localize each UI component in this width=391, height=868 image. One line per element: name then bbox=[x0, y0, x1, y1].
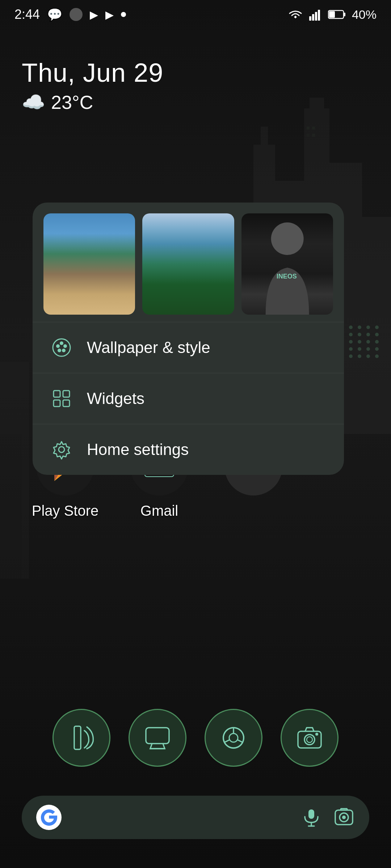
signal-icon bbox=[309, 8, 322, 21]
wifi-icon bbox=[287, 8, 303, 21]
status-icons-right: 40% bbox=[287, 8, 377, 22]
svg-text:INEOS: INEOS bbox=[276, 273, 297, 280]
svg-point-46 bbox=[315, 733, 318, 736]
gmail-label: Gmail bbox=[140, 503, 178, 519]
battery-icon bbox=[328, 9, 346, 20]
settings-icon bbox=[51, 439, 72, 460]
widgets-item[interactable]: Widgets bbox=[33, 373, 344, 424]
svg-rect-36 bbox=[146, 728, 169, 744]
battery-percent: 40% bbox=[352, 8, 377, 22]
svg-point-21 bbox=[271, 222, 303, 255]
svg-point-28 bbox=[58, 349, 61, 352]
date-weather-widget: Thu, Jun 29 ☁️ 23°C bbox=[22, 58, 163, 113]
weather-icon: ☁️ bbox=[22, 91, 45, 113]
svg-rect-17 bbox=[318, 10, 320, 21]
widgets-label: Widgets bbox=[87, 390, 144, 408]
camera-icon bbox=[295, 723, 324, 752]
svg-rect-15 bbox=[312, 14, 314, 21]
chrome-icon bbox=[219, 723, 248, 752]
dock-row bbox=[52, 709, 339, 767]
youtube-icon-2: ▶ bbox=[105, 8, 114, 21]
svg-line-42 bbox=[225, 740, 230, 742]
youtube-icon: ▶ bbox=[90, 8, 98, 21]
status-bar: 2:44 💬 ▶ ▶ 40% bbox=[0, 0, 391, 29]
home-settings-item[interactable]: Home settings bbox=[33, 424, 344, 475]
wallpaper-preview-row: INEOS bbox=[33, 203, 344, 322]
google-g-logo[interactable] bbox=[36, 805, 62, 830]
g-icon bbox=[40, 808, 58, 826]
svg-point-26 bbox=[63, 344, 67, 348]
svg-line-41 bbox=[237, 740, 242, 742]
weather-display: ☁️ 23°C bbox=[22, 91, 163, 113]
status-time: 2:44 💬 ▶ ▶ bbox=[14, 7, 126, 22]
wallpaper-thumb-1[interactable] bbox=[43, 213, 135, 315]
notification-indicator bbox=[121, 12, 126, 17]
display-icon bbox=[143, 723, 172, 752]
svg-rect-14 bbox=[309, 16, 311, 21]
chrome-dock-icon[interactable] bbox=[205, 709, 262, 767]
svg-rect-19 bbox=[344, 13, 345, 16]
phone-icon bbox=[67, 723, 96, 752]
app-icon-status bbox=[70, 8, 83, 21]
play-store-label: Play Store bbox=[32, 503, 99, 519]
time-display: 2:44 bbox=[14, 7, 40, 22]
search-bar[interactable] bbox=[22, 796, 369, 839]
svg-rect-32 bbox=[63, 400, 70, 407]
svg-point-39 bbox=[229, 733, 238, 742]
phone-dock-icon[interactable] bbox=[52, 709, 110, 767]
lens-icon[interactable] bbox=[333, 807, 355, 828]
context-menu: INEOS Wallpaper & style W bbox=[33, 203, 344, 475]
svg-rect-16 bbox=[315, 12, 317, 21]
svg-rect-31 bbox=[54, 400, 60, 407]
whatsapp-icon: 💬 bbox=[47, 7, 62, 22]
widgets-icon bbox=[51, 388, 72, 409]
svg-rect-29 bbox=[54, 391, 60, 397]
mic-icon[interactable] bbox=[300, 807, 322, 828]
svg-point-33 bbox=[59, 447, 64, 452]
home-settings-label: Home settings bbox=[87, 441, 189, 459]
person-silhouette: INEOS bbox=[241, 213, 333, 315]
search-right-icons bbox=[300, 807, 355, 828]
svg-point-25 bbox=[60, 341, 63, 345]
wallpaper-thumb-2[interactable] bbox=[142, 213, 234, 315]
wallpaper-style-item[interactable]: Wallpaper & style bbox=[33, 322, 344, 373]
camera-dock-icon[interactable] bbox=[281, 709, 339, 767]
messages-dock-icon[interactable] bbox=[129, 709, 186, 767]
wallpaper-thumb-3[interactable]: INEOS bbox=[241, 213, 333, 315]
svg-rect-47 bbox=[308, 809, 314, 819]
temperature-display: 23°C bbox=[51, 92, 93, 113]
svg-rect-30 bbox=[63, 391, 70, 397]
svg-point-52 bbox=[342, 816, 346, 819]
svg-point-44 bbox=[304, 735, 315, 745]
palette-icon bbox=[51, 337, 72, 358]
svg-point-45 bbox=[307, 737, 312, 743]
date-display: Thu, Jun 29 bbox=[22, 58, 163, 88]
svg-rect-20 bbox=[329, 11, 335, 18]
svg-point-27 bbox=[62, 349, 66, 352]
wallpaper-style-label: Wallpaper & style bbox=[87, 339, 210, 357]
svg-point-24 bbox=[56, 344, 60, 348]
